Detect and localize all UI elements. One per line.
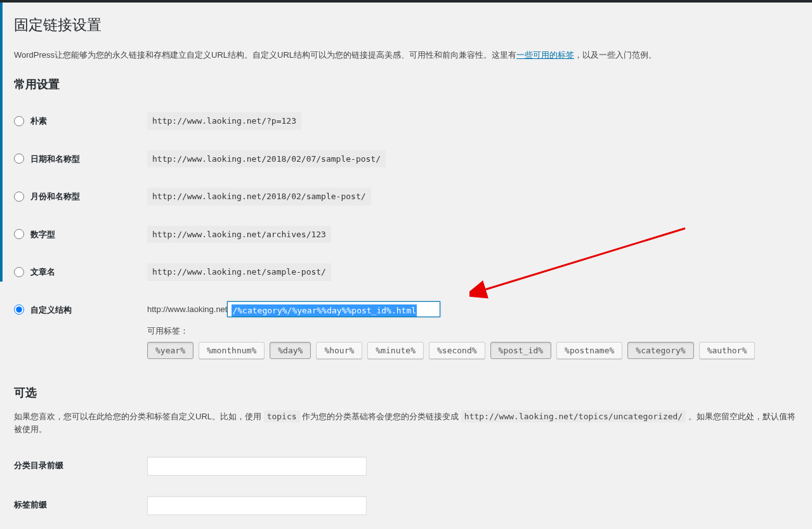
available-tags-label: 可用标签： xyxy=(147,325,792,337)
tag-button[interactable]: %hour% xyxy=(316,342,362,359)
tag-button[interactable]: %monthnum% xyxy=(199,342,265,359)
permalink-option-label[interactable]: 数字型 xyxy=(14,228,141,241)
permalink-radio[interactable] xyxy=(14,153,24,164)
page-title: 固定链接设置 xyxy=(14,11,798,39)
tag-button[interactable]: %day% xyxy=(270,342,311,359)
permalink-option-row: 朴素http://www.laoking.net/?p=123 xyxy=(14,102,798,140)
permalink-option-row: 月份和名称型http://www.laoking.net/2018/02/sam… xyxy=(14,178,798,216)
permalink-radio[interactable] xyxy=(14,116,24,126)
tag-button[interactable]: %category% xyxy=(627,342,693,359)
permalink-sample-url: http://www.laoking.net/?p=123 xyxy=(147,112,301,130)
permalink-option-label[interactable]: 月份和名称型 xyxy=(14,190,141,203)
permalink-option-label[interactable]: 文章名 xyxy=(14,266,141,278)
permalink-radio-custom[interactable] xyxy=(14,304,24,315)
permalink-radio[interactable] xyxy=(14,229,24,239)
permalink-option-text: 数字型 xyxy=(30,228,55,241)
left-accent xyxy=(0,3,3,282)
tag-prefix-input[interactable] xyxy=(147,496,367,515)
site-url: http://www.laoking.net xyxy=(147,304,227,314)
permalink-option-label[interactable]: 朴素 xyxy=(14,115,141,127)
intro-text: WordPress让您能够为您的永久链接和存档建立自定义URL结构。自定义URL… xyxy=(14,49,798,62)
permalink-option-row: 日期和名称型http://www.laoking.net/2018/02/07/… xyxy=(14,140,798,178)
category-prefix-input[interactable] xyxy=(147,457,367,476)
opt-code2: http://www.laoking.net/topics/uncategori… xyxy=(461,410,686,422)
tag-button[interactable]: %second% xyxy=(429,342,485,359)
opt-desc-pre: 如果您喜欢，您可以在此给您的分类和标签自定义URL。比如，使用 xyxy=(14,412,264,421)
category-prefix-label: 分类目录前缀 xyxy=(14,447,147,486)
content-wrap: 固定链接设置 WordPress让您能够为您的永久链接和存档建立自定义URL结构… xyxy=(0,3,812,529)
tag-button[interactable]: %author% xyxy=(699,342,756,359)
permalink-custom-row: 自定义结构http://www.laoking.net/%category%/%… xyxy=(14,291,798,370)
permalink-option-text: 月份和名称型 xyxy=(30,190,80,203)
tag-button[interactable]: %postname% xyxy=(556,342,622,359)
optional-heading: 可选 xyxy=(14,384,798,402)
permalink-option-label[interactable]: 日期和名称型 xyxy=(14,153,141,166)
permalink-custom-text: 自定义结构 xyxy=(30,304,72,317)
common-heading: 常用设置 xyxy=(14,76,798,93)
permalink-sample-url: http://www.laoking.net/sample-post/ xyxy=(147,263,331,281)
intro-link[interactable]: 一些可用的标签 xyxy=(516,50,574,60)
permalink-custom-label[interactable]: 自定义结构 xyxy=(14,304,141,317)
permalink-sample-url: http://www.laoking.net/2018/02/07/sample… xyxy=(147,150,386,168)
permalink-sample-url: http://www.laoking.net/2018/02/sample-po… xyxy=(147,188,371,206)
permalink-option-row: 文章名http://www.laoking.net/sample-post/ xyxy=(14,253,798,291)
tag-button[interactable]: %post_id% xyxy=(490,342,551,359)
tag-buttons-row: %year%%monthnum%%day%%hour%%minute%%seco… xyxy=(147,342,792,359)
tag-prefix-label: 标签前缀 xyxy=(14,486,147,525)
intro-post: ，以及一些入门范例。 xyxy=(574,50,657,60)
permalink-option-text: 日期和名称型 xyxy=(30,153,80,166)
tag-button[interactable]: %minute% xyxy=(367,342,424,359)
opt-desc-mid: 作为您的分类基础将会使您的分类链接变成 xyxy=(300,412,461,421)
permalink-option-text: 朴素 xyxy=(30,115,47,127)
opt-code1: topics xyxy=(264,410,300,422)
permalink-radio[interactable] xyxy=(14,192,24,202)
permalink-option-text: 文章名 xyxy=(30,266,55,278)
custom-permalink-input[interactable] xyxy=(227,301,440,317)
intro-pre: WordPress让您能够为您的永久链接和存档建立自定义URL结构。自定义URL… xyxy=(14,50,516,60)
tag-button[interactable]: %year% xyxy=(147,342,193,359)
permalink-options-table: 朴素http://www.laoking.net/?p=123日期和名称型htt… xyxy=(14,102,798,369)
optional-desc: 如果您喜欢，您可以在此给您的分类和标签自定义URL。比如，使用 topics 作… xyxy=(14,410,798,435)
permalink-option-row: 数字型http://www.laoking.net/archives/123 xyxy=(14,216,798,254)
permalink-radio[interactable] xyxy=(14,267,24,277)
optional-table: 分类目录前缀 标签前缀 xyxy=(14,447,798,525)
permalink-sample-url: http://www.laoking.net/archives/123 xyxy=(147,226,331,244)
